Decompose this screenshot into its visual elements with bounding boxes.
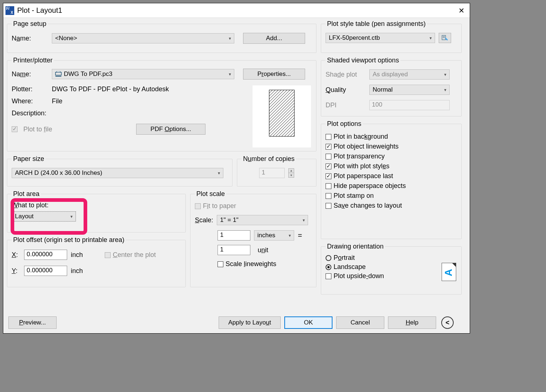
what-to-plot-select[interactable]: Layout▼ <box>12 211 76 222</box>
spin-down-icon: ▼ <box>289 173 294 177</box>
description-label: Description: <box>12 109 48 117</box>
upside-down-label: Plot upside-down <box>334 272 384 280</box>
where-value: File <box>52 97 62 105</box>
style-table-select[interactable]: LFX-50percent.ctb▼ <box>326 33 435 43</box>
chevron-down-icon: ▼ <box>443 73 447 77</box>
fit-to-paper-checkbox <box>195 203 201 209</box>
plot-area-legend: Plot area <box>12 190 41 198</box>
edit-style-button[interactable] <box>439 33 451 43</box>
x-unit: inch <box>71 251 83 259</box>
equals-icon: = <box>298 231 302 240</box>
plotter-label: Plotter: <box>12 85 48 93</box>
orientation-legend: Drawing orientation <box>326 243 385 250</box>
window-title: Plot - Layout1 <box>17 6 62 15</box>
quality-label: Quality <box>326 86 366 94</box>
plot-transparency-label: Plot transparency <box>334 153 385 160</box>
svg-rect-1 <box>57 71 60 72</box>
page-setup-name-select[interactable]: <None>▼ <box>52 33 234 43</box>
save-changes-checkbox[interactable] <box>326 203 331 209</box>
copies-legend: Number of copies <box>242 155 296 163</box>
y-label: Y: <box>12 267 20 275</box>
center-plot-label: Center the plot <box>113 251 156 258</box>
pdf-options-button[interactable]: PDF Options... <box>136 124 205 135</box>
center-plot-checkbox <box>105 252 111 258</box>
what-to-plot-label: What to plot: <box>12 201 181 209</box>
plot-background-label: Plot in background <box>334 133 388 141</box>
paper-preview <box>253 85 311 147</box>
y-input[interactable]: 0.000000 <box>24 266 67 276</box>
scale-value1-input[interactable]: 1 <box>218 230 250 241</box>
plot-area-group: Plot area What to plot: Layout▼ <box>7 190 186 232</box>
plot-stamp-checkbox[interactable] <box>326 193 331 199</box>
style-table-value: LFX-50percent.ctb <box>329 34 380 42</box>
paper-size-group: Paper size ARCH D (24.00 x 36.00 Inches)… <box>7 155 232 187</box>
chevron-down-icon: ▼ <box>288 234 292 238</box>
printer-name-select[interactable]: DWG To PDF.pc3 ▼ <box>52 69 234 79</box>
scale-value: 1" = 1" <box>220 216 238 224</box>
portrait-radio[interactable] <box>326 255 331 261</box>
scale-lineweights-checkbox[interactable] <box>218 261 223 267</box>
cancel-button[interactable]: Cancel <box>336 316 384 329</box>
scale-units-select[interactable]: inches▼ <box>254 230 294 241</box>
chevron-down-icon: ▼ <box>228 72 232 76</box>
upside-down-checkbox[interactable] <box>326 273 331 279</box>
plot-scale-group: Plot scale Fit to paper Scale: 1" = 1"▼ … <box>190 190 316 287</box>
shade-plot-select: As displayed▼ <box>369 69 450 80</box>
printer-name-value: DWG To PDF.pc3 <box>64 70 112 78</box>
plot-style-table-group: Plot style table (pen assignments) LFX-5… <box>321 20 462 53</box>
plotter-icon <box>55 71 62 77</box>
page-setup-legend: Page setup <box>12 20 48 28</box>
hide-paperspace-checkbox[interactable] <box>326 183 331 189</box>
plot-offset-legend: Plot offset (origin set to printable are… <box>12 236 126 244</box>
plot-transparency-checkbox[interactable] <box>326 154 331 160</box>
what-to-plot-value: Layout <box>15 213 34 220</box>
y-unit: inch <box>71 267 83 275</box>
shaded-legend: Shaded viewport options <box>326 57 400 64</box>
chevron-down-icon: ▼ <box>217 171 221 175</box>
plot-background-checkbox[interactable] <box>326 134 331 140</box>
plot-scale-legend: Plot scale <box>195 190 226 198</box>
plot-lineweights-checkbox[interactable] <box>326 144 331 150</box>
save-changes-label: Save changes to layout <box>334 202 402 210</box>
plot-lineweights-label: Plot object lineweights <box>334 143 399 150</box>
apply-to-layout-button[interactable]: Apply to Layout <box>219 316 281 329</box>
collapse-button[interactable]: < <box>441 316 454 329</box>
plot-styles-label: Plot with plot styles <box>334 162 389 170</box>
x-input[interactable]: 0.000000 <box>24 250 67 260</box>
hide-paperspace-label: Hide paperspace objects <box>334 182 406 190</box>
landscape-radio[interactable] <box>326 264 331 270</box>
plot-paperspace-label: Plot paperspace last <box>334 172 393 180</box>
help-button[interactable]: Help <box>388 316 436 329</box>
printer-legend: Printer/plotter <box>12 57 54 64</box>
chevron-down-icon: ▼ <box>302 218 305 222</box>
plot-options-legend: Plot options <box>326 120 363 128</box>
plot-to-file-checkbox <box>12 126 18 132</box>
printer-name-label: Name: <box>12 70 48 78</box>
chevron-down-icon: ▼ <box>443 88 447 92</box>
plot-paperspace-checkbox[interactable] <box>326 173 331 179</box>
scale-units-value: inches <box>257 232 275 239</box>
copies-spinner: ▲▼ <box>288 168 294 178</box>
properties-button[interactable]: Properties... <box>243 69 305 80</box>
close-icon[interactable]: ✕ <box>456 5 467 16</box>
plot-options-group: Plot options Plot in background Plot obj… <box>321 120 462 239</box>
svg-rect-4 <box>269 90 295 137</box>
quality-select[interactable]: Normal▼ <box>369 85 450 95</box>
paper-size-value: ARCH D (24.00 x 36.00 Inches) <box>15 169 102 177</box>
style-table-legend: Plot style table (pen assignments) <box>326 20 427 28</box>
scale-value2-input[interactable]: 1 <box>218 245 250 255</box>
scale-select[interactable]: 1" = 1"▼ <box>217 215 308 225</box>
landscape-label: Landscape <box>334 263 366 271</box>
add-button[interactable]: Add... <box>243 33 305 44</box>
plot-to-file-label: Plot to file <box>23 126 52 133</box>
paper-size-legend: Paper size <box>12 155 46 163</box>
fit-to-paper-label: Fit to paper <box>203 202 236 210</box>
plot-styles-checkbox[interactable] <box>326 164 331 169</box>
ok-button[interactable]: OK <box>284 316 332 329</box>
preview-button[interactable]: Preview... <box>8 316 57 329</box>
portrait-label: Portrait <box>334 254 355 262</box>
orientation-group: Drawing orientation Portrait Landscape P… <box>321 243 462 295</box>
paper-size-select[interactable]: ARCH D (24.00 x 36.00 Inches)▼ <box>12 168 223 178</box>
page-setup-group: Page setup Name: <None>▼ Add... <box>7 20 316 53</box>
app-icon <box>5 6 14 15</box>
